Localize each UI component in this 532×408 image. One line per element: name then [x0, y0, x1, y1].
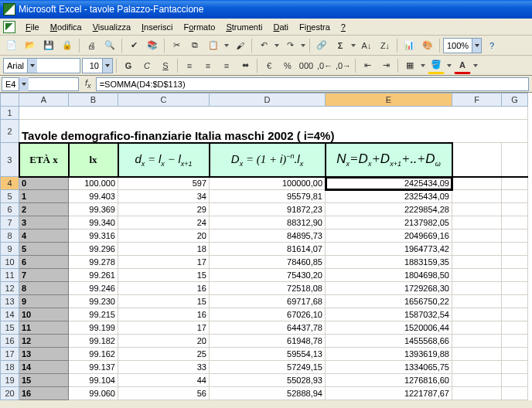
cell[interactable]: 9 [19, 295, 69, 308]
paste-icon[interactable]: 📋 [205, 37, 222, 54]
cell[interactable]: 6 [19, 256, 69, 269]
font-combo[interactable]: Arial [3, 58, 80, 73]
cell[interactable]: 2049669,16 [326, 230, 452, 243]
save-icon[interactable]: 💾 [40, 37, 57, 54]
rowhead-14[interactable]: 14 [1, 308, 19, 321]
undo-dropdown[interactable] [274, 37, 280, 54]
hyperlink-icon[interactable]: 🔗 [313, 37, 330, 54]
rowhead-8[interactable]: 8 [1, 230, 19, 243]
align-center-icon[interactable]: ≡ [200, 57, 217, 74]
fx-label[interactable]: fx [85, 78, 91, 90]
cell[interactable]: 78460,85 [210, 256, 326, 269]
cell[interactable]: 4 [19, 230, 69, 243]
cut-icon[interactable]: ✂ [168, 37, 185, 54]
rowhead-18[interactable]: 18 [1, 361, 19, 374]
cell[interactable]: 16 [19, 387, 69, 400]
colhead-F[interactable]: F [452, 94, 502, 107]
cell[interactable]: 99.278 [69, 256, 118, 269]
rowhead-1[interactable]: 1 [1, 107, 19, 120]
cell[interactable]: 1221787,67 [326, 387, 452, 400]
rowhead-9[interactable]: 9 [1, 243, 19, 256]
thousands-icon[interactable]: 000 [298, 57, 315, 74]
spellcheck-icon[interactable]: ✔ [125, 37, 142, 54]
menu-strumenti[interactable]: Strumenti [220, 20, 268, 34]
cell[interactable]: 15 [118, 295, 210, 308]
align-left-icon[interactable]: ≡ [181, 57, 198, 74]
cell[interactable]: 2325434,09 [326, 190, 452, 203]
rowhead-2[interactable]: 2 [1, 120, 19, 143]
cell[interactable]: 1455568,66 [326, 335, 452, 348]
rowhead-16[interactable]: 16 [1, 335, 19, 348]
cell[interactable]: 24 [118, 216, 210, 230]
decrease-decimal-icon[interactable]: ,0→ [335, 57, 352, 74]
cell[interactable]: 99.230 [69, 295, 118, 308]
cell[interactable]: 3 [19, 216, 69, 230]
rowhead-20[interactable]: 20 [1, 387, 19, 400]
rowhead-5[interactable]: 5 [1, 190, 19, 203]
cell[interactable]: 2425434,09 [326, 177, 452, 190]
menu-file[interactable]: File [20, 20, 45, 34]
cell[interactable]: 1520006,44 [326, 321, 452, 335]
colhead-B[interactable]: B [69, 94, 118, 107]
cell[interactable]: 99.182 [69, 335, 118, 348]
cell[interactable]: 15 [118, 269, 210, 282]
cell[interactable]: 29 [118, 203, 210, 216]
fontcolor-dropdown[interactable] [472, 57, 479, 74]
cell[interactable]: 597 [118, 177, 210, 190]
cell[interactable]: 1334065,75 [326, 361, 452, 374]
cell[interactable]: 99.199 [69, 321, 118, 335]
open-icon[interactable]: 📂 [22, 37, 39, 54]
colhead-D[interactable]: D [210, 94, 326, 107]
cell[interactable]: 1393619,88 [326, 348, 452, 361]
cell[interactable]: 61948,78 [210, 335, 326, 348]
cell[interactable]: 99.316 [69, 230, 118, 243]
menu-inserisci[interactable]: Inserisci [136, 20, 178, 34]
rowhead-19[interactable]: 19 [1, 374, 19, 387]
cell[interactable]: 20 [118, 335, 210, 348]
cell[interactable]: 100.000 [69, 177, 118, 190]
borders-icon[interactable]: ▦ [401, 57, 418, 74]
fill-dropdown[interactable] [446, 57, 452, 74]
cell[interactable]: 11 [19, 321, 69, 335]
cell[interactable]: 16 [118, 308, 210, 321]
cell[interactable]: 18 [118, 243, 210, 256]
undo-icon[interactable]: ↶ [255, 37, 272, 54]
fill-color-icon[interactable]: 🪣 [428, 57, 445, 74]
menu-visualizza[interactable]: Visualizza [87, 20, 136, 34]
chart-wizard-icon[interactable]: 📊 [401, 37, 418, 54]
cell[interactable]: 59554,13 [210, 348, 326, 361]
print-preview-icon[interactable]: 🔍 [101, 37, 118, 54]
cell[interactable]: 16 [118, 282, 210, 295]
fontsize-combo[interactable]: 10 [82, 58, 113, 73]
formula-input[interactable]: =SOMMA(D4:$D$113) [96, 77, 529, 91]
cell[interactable]: 99.296 [69, 243, 118, 256]
cell[interactable]: 1587032,54 [326, 308, 452, 321]
cell[interactable]: 99.137 [69, 361, 118, 374]
cell[interactable]: 99.215 [69, 308, 118, 321]
merge-center-icon[interactable]: ⬌ [237, 57, 254, 74]
autosum-icon[interactable]: Σ [332, 37, 349, 54]
print-icon[interactable]: 🖨 [83, 37, 100, 54]
menu-finestra[interactable]: Finestra [294, 20, 336, 34]
cell[interactable]: 99.060 [69, 387, 118, 400]
rowhead-12[interactable]: 12 [1, 282, 19, 295]
cell[interactable]: 75430,20 [210, 269, 326, 282]
research-icon[interactable]: 📚 [144, 37, 161, 54]
underline-button[interactable]: S [157, 57, 174, 74]
increase-decimal-icon[interactable]: ,0← [316, 57, 333, 74]
rowhead-13[interactable]: 13 [1, 295, 19, 308]
cell[interactable]: 2 [19, 203, 69, 216]
new-icon[interactable]: 📄 [3, 37, 20, 54]
cell[interactable]: 95579,81 [210, 190, 326, 203]
cell[interactable]: 100000,00 [210, 177, 326, 190]
colhead-A[interactable]: A [19, 94, 69, 107]
rowhead-17[interactable]: 17 [1, 348, 19, 361]
cell[interactable]: 17 [118, 321, 210, 335]
cell[interactable]: 1883159,35 [326, 256, 452, 269]
font-color-icon[interactable]: A [454, 57, 471, 74]
rowhead-6[interactable]: 6 [1, 203, 19, 216]
menu-help[interactable]: ? [336, 20, 351, 34]
cell[interactable]: 99.104 [69, 374, 118, 387]
cell[interactable]: 33 [118, 361, 210, 374]
cell[interactable]: 44 [118, 374, 210, 387]
